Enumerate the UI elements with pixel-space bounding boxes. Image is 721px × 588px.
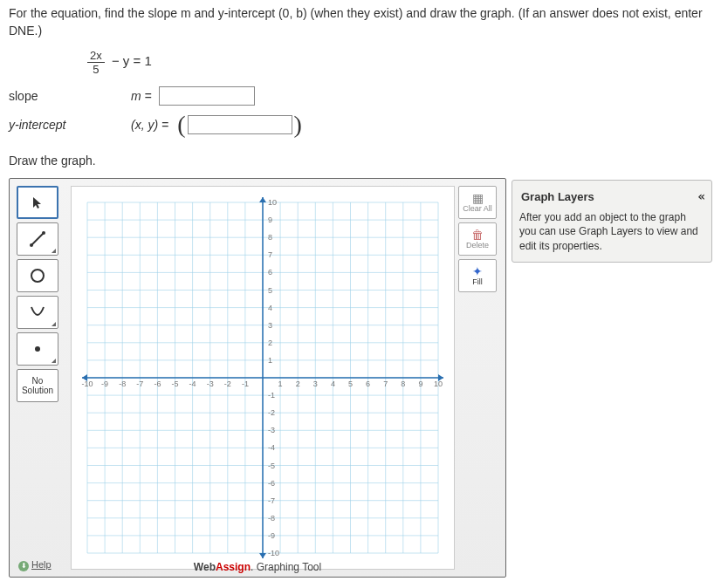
brand-web: Web (194, 561, 216, 573)
equation: 2x 5 − y = 1 (0, 43, 721, 84)
graph-canvas[interactable]: -10-9-8-7-6-5-4-3-2-112345678910-10-9-8-… (71, 186, 455, 570)
svg-text:1: 1 (268, 356, 272, 365)
slope-input[interactable] (159, 86, 255, 106)
svg-text:3: 3 (313, 379, 318, 388)
svg-text:2: 2 (268, 338, 272, 347)
question-prompt: For the equation, find the slope m and y… (0, 0, 721, 43)
tool-column: No Solution (17, 186, 65, 570)
brand-footer: WebAssign. Graphing Tool (10, 561, 505, 573)
right-button-column: ▦ Clear All 🗑 Delete ✦ Fill (458, 186, 498, 292)
brand-suffix: . Graphing Tool (251, 561, 321, 573)
clear-all-button[interactable]: ▦ Clear All (458, 186, 497, 219)
svg-text:-7: -7 (136, 379, 143, 388)
yintercept-input[interactable] (188, 115, 292, 134)
fill-label: Fill (472, 277, 483, 286)
svg-text:-8: -8 (268, 514, 275, 523)
point-icon (29, 340, 46, 358)
svg-text:9: 9 (268, 215, 272, 224)
pointer-tool[interactable] (17, 186, 58, 219)
svg-text:-10: -10 (81, 379, 93, 388)
layers-collapse-button[interactable]: « (698, 189, 703, 203)
clear-all-icon: ▦ (472, 192, 484, 204)
point-tool[interactable] (17, 332, 58, 366)
line-icon (29, 230, 46, 248)
paren-open: ( (175, 111, 187, 139)
svg-text:2: 2 (296, 379, 300, 388)
equation-numerator: 2x (87, 50, 105, 63)
svg-text:6: 6 (366, 379, 370, 388)
svg-text:-5: -5 (268, 462, 275, 470)
svg-marker-51 (259, 197, 266, 202)
svg-text:-6: -6 (268, 479, 275, 488)
svg-text:-10: -10 (268, 549, 279, 557)
svg-text:-2: -2 (224, 379, 231, 388)
svg-text:5: 5 (348, 379, 353, 388)
svg-text:-8: -8 (119, 379, 126, 388)
svg-line-0 (31, 233, 44, 245)
svg-text:6: 6 (268, 269, 272, 277)
svg-text:-7: -7 (268, 496, 275, 505)
svg-text:7: 7 (268, 250, 272, 259)
layers-title: Graph Layers (521, 190, 594, 203)
delete-label: Delete (466, 241, 489, 250)
svg-text:-9: -9 (268, 531, 275, 540)
svg-point-4 (35, 346, 40, 352)
svg-text:3: 3 (268, 321, 272, 330)
svg-text:-3: -3 (268, 426, 275, 434)
svg-text:4: 4 (268, 304, 272, 312)
fill-button[interactable]: ✦ Fill (458, 259, 497, 292)
trash-icon: 🗑 (471, 229, 484, 241)
svg-text:8: 8 (268, 233, 272, 242)
svg-text:-2: -2 (268, 408, 275, 417)
grid-svg: -10-9-8-7-6-5-4-3-2-112345678910-10-9-8-… (72, 187, 454, 569)
svg-text:9: 9 (418, 379, 422, 388)
line-tool[interactable] (17, 222, 58, 256)
parabola-tool[interactable] (17, 296, 58, 329)
svg-text:10: 10 (268, 198, 277, 207)
circle-tool[interactable] (17, 259, 58, 292)
svg-text:4: 4 (331, 379, 335, 388)
slope-var: m = (131, 89, 152, 103)
svg-text:5: 5 (268, 286, 272, 295)
svg-point-3 (31, 270, 44, 282)
fill-icon: ✦ (472, 265, 483, 277)
no-solution-tool[interactable]: No Solution (17, 369, 58, 402)
graph-layers-panel: Graph Layers « After you add an object t… (512, 180, 712, 263)
slope-label: slope (9, 89, 131, 103)
svg-text:7: 7 (383, 379, 388, 388)
graph-panel: No Solution -10-9-8-7-6-5-4-3-2-11234567… (9, 178, 506, 578)
svg-text:-5: -5 (171, 379, 178, 388)
svg-text:-1: -1 (242, 379, 249, 388)
svg-point-1 (30, 243, 33, 247)
parabola-icon (29, 304, 46, 321)
svg-marker-52 (259, 553, 266, 558)
svg-point-2 (42, 231, 45, 235)
layers-body-text: After you add an object to the graph you… (519, 210, 704, 253)
brand-assign: Assign (216, 561, 251, 573)
clear-all-label: Clear All (463, 204, 492, 213)
svg-text:-9: -9 (101, 379, 108, 388)
svg-text:1: 1 (278, 379, 283, 388)
equation-denominator: 5 (87, 63, 105, 75)
no-solution-label: No Solution (17, 376, 58, 395)
svg-text:-3: -3 (207, 379, 214, 388)
svg-text:-1: -1 (268, 391, 275, 400)
draw-heading: Draw the graph. (0, 141, 721, 173)
yintercept-label: y-intercept (9, 118, 131, 132)
delete-button[interactable]: 🗑 Delete (458, 222, 497, 256)
circle-icon (29, 267, 46, 284)
yintercept-var: (x, y) = (131, 118, 168, 132)
paren-close: ) (292, 111, 304, 139)
pointer-icon (31, 195, 45, 209)
equation-rest: − y = 1 (108, 54, 152, 69)
svg-text:10: 10 (434, 379, 443, 388)
svg-text:8: 8 (401, 379, 405, 388)
svg-text:-6: -6 (154, 379, 161, 388)
svg-text:-4: -4 (189, 379, 196, 388)
svg-text:-4: -4 (268, 444, 275, 453)
